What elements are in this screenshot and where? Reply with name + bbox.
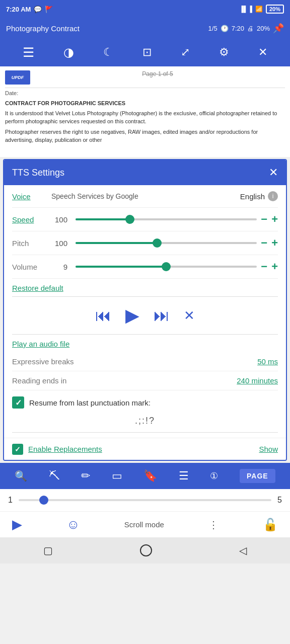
doc-divider bbox=[5, 88, 285, 88]
speed-controls: − + bbox=[261, 214, 278, 225]
bottom-toolbar: 🔍 ⛏ ✏ ▭ 🔖 ☰ ① PAGE bbox=[0, 463, 290, 489]
system-nav-bar: ▢ ◁ bbox=[0, 537, 290, 564]
doc-text-2: Photographer reserves the right to use n… bbox=[5, 128, 285, 144]
volume-slider[interactable] bbox=[76, 266, 257, 268]
doc-text-1: It is understood that Velvet Lotus Photo… bbox=[5, 109, 285, 126]
show-link[interactable]: Show bbox=[259, 445, 278, 453]
punct-marks: .;:!? bbox=[12, 413, 278, 431]
reading-ends-row: Reading ends in 240 minutes bbox=[12, 371, 278, 390]
document-title: Photography Contract bbox=[6, 24, 80, 33]
page-thumb[interactable] bbox=[39, 496, 48, 505]
list-button[interactable]: ☰ bbox=[179, 469, 189, 482]
page-indicator: Page 1 of 5 bbox=[30, 70, 285, 77]
doc-date: Date: bbox=[5, 90, 285, 96]
speed-minus-button[interactable]: − bbox=[261, 214, 267, 225]
rewind-button[interactable]: ⏮ bbox=[95, 306, 111, 325]
top-battery: 20% bbox=[257, 25, 270, 32]
enable-replacements-checkbox[interactable]: ✓ bbox=[12, 444, 23, 455]
expressive-breaks-value[interactable]: 50 ms bbox=[257, 357, 278, 366]
stop-button[interactable]: ✕ bbox=[184, 308, 195, 324]
theme-icon[interactable]: ◑ bbox=[60, 42, 77, 62]
volume-value: 9 bbox=[47, 263, 67, 271]
play-audio-file-link[interactable]: Play an audio file bbox=[12, 336, 278, 352]
recents-button[interactable]: ▢ bbox=[43, 544, 53, 556]
page-button[interactable]: PAGE bbox=[240, 469, 275, 483]
tts-modal: TTS Settings ✕ Voice Speech Services by … bbox=[3, 159, 287, 461]
pitch-minus-button[interactable]: − bbox=[261, 237, 267, 249]
alert-icon: 🚩 bbox=[45, 6, 53, 13]
play-mode-icon[interactable]: ▶ bbox=[12, 517, 22, 532]
speed-label[interactable]: Speed bbox=[12, 215, 47, 224]
select-button[interactable]: ▭ bbox=[112, 469, 122, 482]
status-time: 7:20 AM bbox=[6, 6, 31, 13]
end-page: 5 bbox=[277, 496, 282, 505]
voice-info-icon[interactable]: i bbox=[268, 191, 278, 201]
voice-service: Speech Services by Google bbox=[47, 192, 240, 200]
restore-default-link[interactable]: Restore default bbox=[12, 279, 278, 295]
crop-icon[interactable]: ⊡ bbox=[139, 43, 155, 62]
fast-forward-button[interactable]: ⏭ bbox=[154, 306, 170, 325]
expressive-breaks-label: Expressive breaks bbox=[12, 357, 74, 366]
status-right: ▐▌▐ 📶 20% bbox=[239, 5, 284, 14]
reading-ends-label: Reading ends in bbox=[12, 376, 66, 385]
voice-label[interactable]: Voice bbox=[12, 192, 47, 201]
speed-slider[interactable] bbox=[76, 218, 257, 220]
pitch-slider[interactable] bbox=[76, 242, 257, 244]
tts-close-button[interactable]: ✕ bbox=[269, 166, 278, 179]
fullscreen-icon[interactable]: ⤢ bbox=[178, 43, 193, 62]
speed-row: Speed 100 − + bbox=[12, 208, 278, 231]
speed-plus-button[interactable]: + bbox=[271, 214, 278, 225]
volume-label: Volume bbox=[12, 263, 47, 271]
lock-icon[interactable]: 🔓 bbox=[263, 518, 278, 532]
wifi-icon: 📶 bbox=[255, 6, 263, 13]
status-bar: 7:20 AM 💬 🚩 ▐▌▐ 📶 20% bbox=[0, 0, 290, 18]
volume-row: Volume 9 − + bbox=[12, 255, 278, 279]
separator-1 bbox=[12, 296, 278, 297]
doc-header: UPDF Page 1 of 5 bbox=[5, 70, 285, 85]
resume-punct-checkbox[interactable]: ✓ bbox=[12, 396, 24, 409]
pitch-label: Pitch bbox=[12, 239, 47, 248]
top-bar-right: 1/5 🕐 7:20 🖨 20% 📌 bbox=[208, 23, 284, 34]
settings-icon[interactable]: ⚙ bbox=[216, 43, 232, 62]
back-button[interactable]: ◁ bbox=[239, 544, 247, 556]
tool-icon-2[interactable]: ⛏ bbox=[49, 469, 60, 482]
tts-content: Voice Speech Services by Google English … bbox=[4, 185, 286, 438]
pitch-row: Pitch 100 − + bbox=[12, 231, 278, 255]
pitch-value: 100 bbox=[47, 239, 67, 248]
pitch-controls: − + bbox=[261, 237, 278, 249]
close-toolbar-icon[interactable]: ✕ bbox=[255, 43, 270, 62]
night-mode-icon[interactable]: ☾ bbox=[100, 43, 116, 62]
page-info: 1/5 bbox=[208, 25, 218, 32]
resume-punct-row: ✓ Resume from last punctuation mark: bbox=[12, 390, 278, 413]
page-number-icon[interactable]: ① bbox=[210, 470, 218, 481]
more-options-icon[interactable]: ⋮ bbox=[208, 519, 219, 531]
edit-button[interactable]: ✏ bbox=[81, 469, 90, 482]
page-slider[interactable] bbox=[19, 499, 271, 501]
bottom-actions: ▶ ☺ Scroll mode ⋮ 🔓 bbox=[0, 511, 290, 537]
speed-value: 100 bbox=[47, 215, 67, 224]
doc-title: CONTRACT FOR PHOTOGRAPHIC SERVICES It is… bbox=[5, 99, 285, 144]
clock-icon: 🕐 bbox=[221, 25, 229, 32]
voice-language: English bbox=[240, 192, 265, 201]
reading-ends-value[interactable]: 240 minutes bbox=[237, 376, 278, 385]
status-left: 7:20 AM 💬 🚩 bbox=[6, 6, 53, 13]
playback-controls: ⏮ ▶ ⏭ ✕ bbox=[12, 298, 278, 333]
menu-icon[interactable]: ☰ bbox=[20, 42, 37, 63]
top-bar: Photography Contract 1/5 🕐 7:20 🖨 20% 📌 bbox=[0, 18, 290, 38]
whatsapp-icon: 💬 bbox=[34, 6, 42, 13]
play-button[interactable]: ▶ bbox=[125, 305, 139, 326]
replacements-link[interactable]: Replacements bbox=[54, 445, 102, 453]
emoji-icon[interactable]: ☺ bbox=[66, 517, 80, 532]
bookmark-button[interactable]: 🔖 bbox=[143, 469, 157, 482]
volume-minus-button[interactable]: − bbox=[261, 261, 267, 272]
volume-plus-button[interactable]: + bbox=[271, 261, 278, 272]
separator-3 bbox=[12, 432, 278, 433]
top-time: 7:20 bbox=[232, 25, 244, 32]
expressive-breaks-row: Expressive breaks 50 ms bbox=[12, 352, 278, 371]
home-button[interactable] bbox=[140, 544, 152, 556]
scroll-mode-label: Scroll mode bbox=[124, 520, 164, 529]
pin-icon: 📌 bbox=[273, 23, 284, 34]
pitch-plus-button[interactable]: + bbox=[271, 237, 278, 249]
enable-replacements-label: Enable Replacements bbox=[28, 445, 102, 453]
search-button[interactable]: 🔍 bbox=[15, 470, 27, 482]
